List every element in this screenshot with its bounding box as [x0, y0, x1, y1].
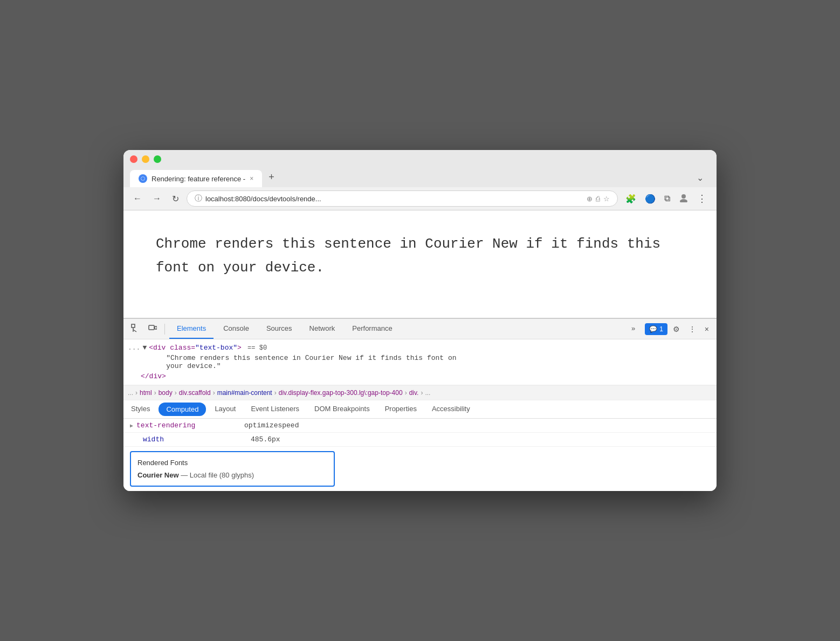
settings-button[interactable]: ⚙ — [670, 320, 683, 338]
svg-point-2 — [141, 177, 144, 180]
forward-button[interactable]: → — [149, 192, 164, 206]
tab-accessibility[interactable]: Accessibility — [424, 400, 478, 418]
tab-menu-btn[interactable]: ⌄ — [690, 168, 710, 187]
tab-elements[interactable]: Elements — [169, 319, 214, 339]
info-icon: ⓘ — [195, 194, 202, 203]
minimize-traffic-light[interactable] — [142, 155, 149, 163]
svg-rect-9 — [155, 326, 157, 329]
traffic-lights — [130, 155, 710, 163]
devtools-close-button[interactable]: × — [701, 320, 712, 338]
dom-text-content: "Chrome renders this sentence in Courier… — [128, 354, 457, 370]
prop-arrow-2 — [130, 437, 140, 442]
toolbar-separator — [164, 324, 165, 335]
dom-row-2: "Chrome renders this sentence in Courier… — [128, 353, 712, 371]
tab-sources[interactable]: Sources — [259, 319, 300, 339]
prop-value-width: 485.6px — [251, 435, 280, 444]
page-text: Chrome renders this sentence in Courier … — [156, 232, 684, 279]
rendered-fonts-title: Rendered Fonts — [137, 459, 327, 467]
toolbar: ← → ↻ ⓘ localhost:8080/docs/devtools/ren… — [123, 187, 717, 210]
close-traffic-light[interactable] — [130, 155, 137, 163]
reload-button[interactable]: ↻ — [169, 192, 182, 206]
font-dash: — — [181, 471, 190, 479]
address-bar[interactable]: ⓘ localhost:8080/docs/devtools/rende... … — [187, 190, 618, 207]
prop-name-width: width — [143, 435, 251, 444]
svg-point-3 — [681, 194, 686, 199]
chrome-logo-icon — [139, 174, 147, 183]
svg-line-7 — [133, 330, 136, 332]
bc-sep-5: › — [405, 389, 407, 397]
menu-button[interactable]: ⋮ — [694, 190, 710, 207]
rendered-fonts-box: Rendered Fonts Courier New — Local file … — [130, 451, 335, 487]
prop-row-width: width 485.6px — [123, 433, 717, 447]
active-tab[interactable]: Rendering: feature reference - × — [130, 170, 262, 187]
bc-sep-6: › — [421, 389, 423, 397]
devtools-toolbar: Elements Console Sources Network Perform… — [123, 319, 717, 339]
tab-event-listeners[interactable]: Event Listeners — [243, 400, 307, 418]
tab-close-btn[interactable]: × — [250, 175, 253, 182]
breadcrumb-scaffold[interactable]: div.scaffold — [179, 389, 211, 397]
svg-point-4 — [680, 199, 687, 202]
dom-dots-1: ... — [128, 344, 140, 352]
computed-panel: ▶ text-rendering optimizespeed width 485… — [123, 419, 717, 447]
dom-div-close: </div> — [128, 372, 166, 380]
more-tabs-button[interactable]: » — [624, 319, 643, 339]
tab-layout[interactable]: Layout — [207, 400, 243, 418]
bc-sep-3: › — [213, 389, 215, 397]
styles-tabs: Styles Computed Layout Event Listeners D… — [123, 400, 717, 419]
breadcrumb-div-flex[interactable]: div.display-flex.gap-top-300.lg\:gap-top… — [279, 389, 403, 397]
dom-div-open[interactable]: <div class="text-box"> — [149, 344, 242, 352]
bc-sep-2: › — [175, 389, 177, 397]
back-button[interactable]: ← — [130, 192, 145, 206]
page-content: Chrome renders this sentence in Courier … — [123, 210, 717, 318]
toolbar-actions: 🧩 🔵 ⧉ ⋮ — [622, 190, 710, 207]
tab-console[interactable]: Console — [216, 319, 257, 339]
inspector-button[interactable] — [128, 319, 143, 338]
profile-icon — [679, 193, 688, 202]
prop-row-text-rendering: ▶ text-rendering optimizespeed — [123, 419, 717, 433]
zoom-icon: ⊕ — [587, 195, 593, 203]
tab-properties[interactable]: Properties — [377, 400, 424, 418]
tab-styles[interactable]: Styles — [123, 400, 157, 418]
tab-network[interactable]: Network — [302, 319, 343, 339]
breadcrumb-dots-end: ... — [425, 389, 430, 397]
new-tab-btn[interactable]: + — [262, 167, 281, 187]
breadcrumb-div-short[interactable]: div. — [409, 389, 419, 397]
sidebar-button[interactable]: ⧉ — [661, 192, 673, 206]
devtools-more-actions: » 💬 1 ⚙ ⋮ × — [624, 319, 712, 339]
bc-sep-4: › — [274, 389, 277, 397]
profile-button[interactable] — [676, 190, 692, 207]
tab-dom-breakpoints[interactable]: DOM Breakpoints — [307, 400, 377, 418]
breadcrumb: ... › html › body › div.scaffold › main#… — [123, 385, 717, 400]
dom-tree: ... ▼ <div class="text-box"> == $0 "Chro… — [123, 339, 717, 385]
dropper-button[interactable]: 🔵 — [642, 192, 659, 206]
prop-name-text-rendering: text-rendering — [136, 421, 244, 429]
device-button[interactable] — [145, 319, 160, 338]
font-entry: Courier New — Local file (80 glyphs) — [137, 471, 327, 479]
share-icon[interactable]: ⎙ — [596, 195, 600, 203]
notification-count: 1 — [659, 325, 663, 333]
breadcrumb-main[interactable]: main#main-content — [217, 389, 272, 397]
bc-sep-1: › — [154, 389, 156, 397]
bc-sep-0: › — [135, 389, 137, 397]
inspector-icon — [131, 324, 140, 332]
tab-computed[interactable]: Computed — [159, 403, 206, 416]
bookmark-icon[interactable]: ☆ — [603, 195, 610, 203]
breadcrumb-body[interactable]: body — [159, 389, 173, 397]
breadcrumb-html[interactable]: html — [140, 389, 152, 397]
extensions-button[interactable]: 🧩 — [622, 192, 639, 206]
dom-triangle: ▼ — [142, 344, 147, 352]
browser-window: Rendering: feature reference - × + ⌄ ← →… — [123, 150, 717, 491]
notifications-button[interactable]: 💬 1 — [645, 323, 667, 335]
devtools-menu-button[interactable]: ⋮ — [685, 320, 699, 338]
url-text: localhost:8080/docs/devtools/rende... — [205, 195, 583, 203]
tabs-row: Rendering: feature reference - × + ⌄ — [130, 167, 710, 187]
tab-performance[interactable]: Performance — [345, 319, 400, 339]
dom-row-3: </div> — [128, 371, 712, 381]
prop-value-text-rendering: optimizespeed — [244, 421, 299, 429]
maximize-traffic-light[interactable] — [154, 155, 161, 163]
chat-icon: 💬 — [649, 325, 657, 333]
prop-arrow-1[interactable]: ▶ — [130, 422, 133, 429]
dom-marker: == $0 — [244, 344, 267, 352]
dom-row-1: ... ▼ <div class="text-box"> == $0 — [128, 343, 712, 353]
devtools-panel: Elements Console Sources Network Perform… — [123, 318, 717, 491]
